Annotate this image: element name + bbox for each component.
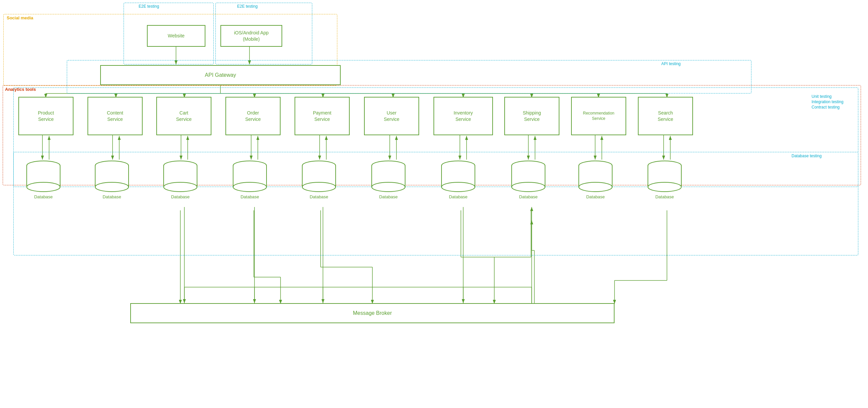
svg-point-92: [302, 182, 336, 192]
db-testing-label: Database testing: [792, 154, 822, 158]
content-service: Content Service: [88, 97, 143, 135]
payment-service: Payment Service: [294, 97, 350, 135]
db-order: Database: [230, 160, 270, 199]
integration-testing-label: Integration testing: [811, 99, 843, 104]
shipping-service: Shipping Service: [504, 97, 559, 135]
social-media-label: Social media: [7, 15, 33, 20]
recommendation-service: Recommendation Service: [571, 97, 626, 135]
e2e-label-2: E2E testing: [237, 4, 257, 9]
e2e-label-1: E2E testing: [138, 4, 159, 9]
db-search: Database: [645, 160, 685, 199]
svg-point-117: [648, 182, 681, 192]
order-service: Order Service: [225, 97, 281, 135]
db-testing-region: [13, 152, 858, 255]
svg-point-97: [372, 182, 405, 192]
db-product: Database: [23, 160, 63, 199]
contract-testing-label: Contract testing: [811, 105, 840, 109]
unit-testing-label: Unit testing: [811, 94, 832, 99]
svg-point-112: [579, 182, 612, 192]
svg-point-102: [441, 182, 475, 192]
diagram-container: E2E testing E2E testing Social media API…: [0, 0, 868, 408]
db-payment: Database: [299, 160, 339, 199]
svg-point-77: [95, 182, 129, 192]
svg-point-87: [233, 182, 267, 192]
mobile-service: iOS/Android App (Mobile): [220, 25, 282, 47]
user-service: User Service: [364, 97, 419, 135]
cart-service: Cart Service: [156, 97, 211, 135]
db-content: Database: [92, 160, 132, 199]
db-recommendation: Database: [576, 160, 616, 199]
db-cart: Database: [160, 160, 200, 199]
db-inventory: Database: [438, 160, 478, 199]
api-gateway-service: API Gateway: [100, 65, 341, 85]
svg-point-82: [164, 182, 197, 192]
api-testing-label: API testing: [661, 61, 681, 66]
svg-point-72: [27, 182, 60, 192]
svg-point-107: [512, 182, 545, 192]
product-service: Product Service: [19, 97, 73, 135]
message-broker: Message Broker: [130, 303, 615, 323]
website-service: Website: [147, 25, 206, 47]
db-user: Database: [368, 160, 408, 199]
db-shipping: Database: [508, 160, 548, 199]
search-service: Search Service: [638, 97, 693, 135]
inventory-service: Inventory Service: [434, 97, 493, 135]
